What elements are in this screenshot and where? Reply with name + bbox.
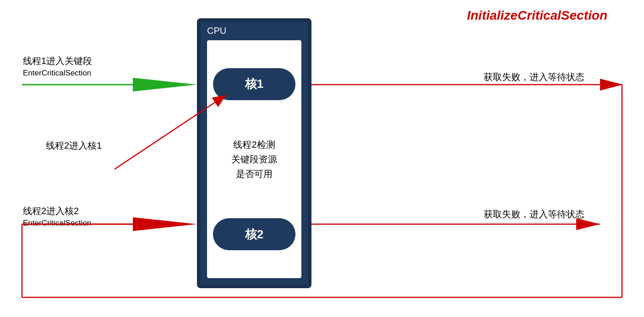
thread1-enter-label: 线程1进入关键段 xyxy=(23,55,92,67)
core2-button: 核2 xyxy=(213,218,295,250)
cpu-label: CPU xyxy=(207,26,226,36)
thread2-core1-label: 线程2进入核1 xyxy=(46,140,102,152)
fail-top-label: 获取失败，进入等待状态 xyxy=(484,71,584,83)
core1-button: 核1 xyxy=(213,68,295,100)
cpu-inner: 核1 线程2检测关键段资源是否可用 核2 xyxy=(207,40,301,278)
thread1-api-label: EnterCriticalSection xyxy=(23,69,91,78)
arrows-overlay xyxy=(0,0,644,317)
thread2-api-label: EnterCriticalSection xyxy=(23,219,91,228)
page-title: InitializeCriticalSection xyxy=(467,8,607,23)
fail-bottom-label: 获取失败，进入等待状态 xyxy=(484,208,584,220)
red-arrow-core2 xyxy=(133,217,197,231)
diagram-container: InitializeCriticalSection CPU 核1 线程2检测关键… xyxy=(0,0,644,317)
green-arrow xyxy=(133,78,197,91)
thread2-core2-label: 线程2进入核2 xyxy=(23,205,79,217)
cpu-box: CPU 核1 线程2检测关键段资源是否可用 核2 xyxy=(197,18,311,288)
center-text: 线程2检测关键段资源是否可用 xyxy=(231,137,277,181)
fail-top-arrow xyxy=(600,79,623,91)
